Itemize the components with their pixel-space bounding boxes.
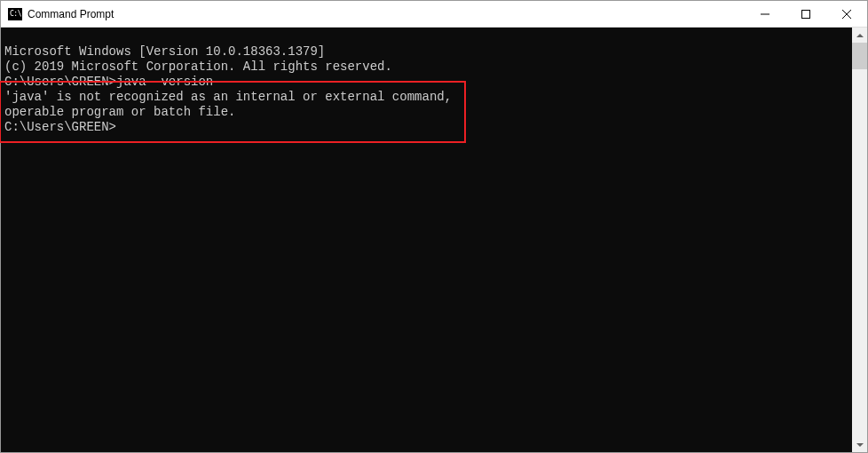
svg-marker-4	[856, 34, 864, 37]
titlebar[interactable]: C:\. Command Prompt	[1, 1, 867, 28]
scroll-down-button[interactable]	[852, 437, 867, 452]
app-icon: C:\.	[8, 8, 22, 20]
titlebar-buttons	[745, 1, 867, 27]
minimize-icon	[761, 10, 769, 19]
titlebar-left: C:\. Command Prompt	[1, 8, 114, 20]
terminal-prompt-line: C:\Users\GREEN>java -version	[4, 75, 848, 90]
terminal-line: (c) 2019 Microsoft Corporation. All righ…	[4, 60, 848, 75]
chevron-up-icon	[856, 34, 864, 37]
terminal-error-line: operable program or batch file.	[4, 105, 848, 120]
window-title: Command Prompt	[28, 8, 114, 20]
terminal-prompt-line: C:\Users\GREEN>	[4, 120, 848, 135]
scroll-thumb[interactable]	[852, 43, 867, 69]
terminal-line: Microsoft Windows [Version 10.0.18363.13…	[4, 44, 848, 60]
close-button[interactable]	[826, 1, 867, 27]
maximize-button[interactable]	[785, 1, 826, 27]
close-icon	[842, 10, 851, 19]
scroll-up-button[interactable]	[852, 28, 867, 43]
svg-marker-5	[856, 443, 864, 447]
terminal[interactable]: Microsoft Windows [Version 10.0.18363.13…	[1, 28, 852, 452]
minimize-button[interactable]	[745, 1, 785, 27]
terminal-area: Microsoft Windows [Version 10.0.18363.13…	[1, 28, 867, 452]
scroll-track[interactable]	[852, 43, 867, 437]
maximize-icon	[801, 10, 810, 19]
vertical-scrollbar[interactable]	[852, 28, 867, 452]
chevron-down-icon	[856, 443, 864, 447]
terminal-error-line: 'java' is not recognized as an internal …	[4, 90, 848, 105]
command-prompt-window: C:\. Command Prompt Microsoft Windows [V…	[0, 0, 868, 453]
svg-rect-1	[802, 10, 810, 18]
